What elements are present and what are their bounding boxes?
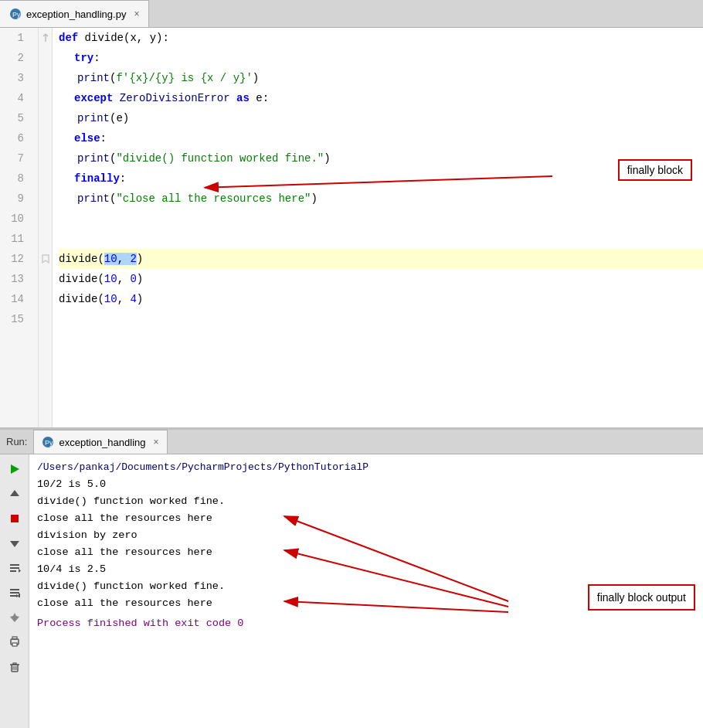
code-line-12[interactable]: divide(10, 2) xyxy=(59,249,703,269)
line-num-8: 8 xyxy=(0,168,30,189)
arrow-down-icon xyxy=(9,538,20,549)
line-num-10: 10 xyxy=(0,209,30,229)
fold-3 xyxy=(39,68,52,88)
fold-12[interactable] xyxy=(39,249,52,269)
line-num-1: 1 xyxy=(0,28,30,48)
run-scroll-button[interactable] xyxy=(5,583,25,603)
output-process: Process finished with exit code 0 xyxy=(37,615,243,632)
run-tab-bar: Run: Py exception_handling × xyxy=(0,430,703,454)
editor-callout-label: finally block xyxy=(627,164,683,176)
output-text-4: division by zero xyxy=(37,527,138,544)
line-num-12: 12 xyxy=(0,249,30,269)
output-text-6: 10/4 is 2.5 xyxy=(37,561,106,578)
output-line-5: close all the resources here xyxy=(37,544,695,561)
kw-except: except xyxy=(74,92,120,104)
run-label: Run: xyxy=(6,436,27,447)
trash-icon xyxy=(9,662,20,672)
svg-rect-18 xyxy=(10,589,19,590)
svg-marker-23 xyxy=(10,613,19,622)
svg-rect-29 xyxy=(13,663,16,665)
line-num-6: 6 xyxy=(0,128,30,148)
scroll-end-icon xyxy=(8,587,21,599)
code-line-1: def divide(x, y): xyxy=(59,28,703,48)
code-line-2: try: xyxy=(59,48,703,68)
editor-callout-box: finally block xyxy=(618,159,692,181)
fold-9 xyxy=(39,189,52,209)
editor-tab[interactable]: Py exception_handling.py × xyxy=(0,0,149,27)
kw-else: else xyxy=(74,132,100,145)
run-down-button[interactable] xyxy=(5,533,25,553)
svg-marker-10 xyxy=(11,464,19,474)
python-run-icon: Py xyxy=(42,436,54,448)
output-line-2: divide() function worked fine. xyxy=(37,493,695,510)
svg-rect-22 xyxy=(19,594,20,597)
fn-divide: divide xyxy=(85,32,124,44)
fold-10 xyxy=(39,209,52,229)
line-num-9: 9 xyxy=(0,189,30,209)
svg-rect-20 xyxy=(10,595,16,597)
arrow-up-icon xyxy=(9,488,20,499)
code-line-11 xyxy=(59,229,703,249)
fold-7 xyxy=(39,148,52,168)
output-callout-label: finally block output xyxy=(597,591,686,604)
run-print-button[interactable] xyxy=(5,632,25,652)
svg-marker-5 xyxy=(42,255,49,263)
bookmark-icon xyxy=(41,254,50,264)
run-up-button[interactable] xyxy=(5,484,25,504)
output-line-6: 10/4 is 2.5 xyxy=(37,561,695,578)
svg-rect-19 xyxy=(10,592,19,594)
fold-1[interactable] xyxy=(39,28,52,48)
fold-13 xyxy=(39,269,52,289)
tab-close-button[interactable]: × xyxy=(134,9,139,19)
output-line-1: 10/2 is 5.0 xyxy=(37,476,695,493)
code-line-8: finally: xyxy=(59,168,703,189)
line-num-3: 3 xyxy=(0,68,30,88)
code-line-13: divide(10, 0) xyxy=(59,269,703,289)
python-file-icon: Py xyxy=(9,8,22,20)
line-num-2: 2 xyxy=(0,48,30,68)
output-text-3: close all the resources here xyxy=(37,510,212,527)
code-line-10 xyxy=(59,209,703,229)
svg-rect-25 xyxy=(12,637,17,639)
run-wrap-button[interactable] xyxy=(5,558,25,578)
play-icon xyxy=(8,463,21,475)
output-path-line: /Users/pankaj/Documents/PycharmProjects/… xyxy=(37,459,695,476)
code-line-6: else: xyxy=(59,128,703,148)
svg-rect-16 xyxy=(10,570,16,572)
fold-gutter xyxy=(39,28,53,427)
code-line-4: except ZeroDivisionError as e: xyxy=(59,88,703,108)
code-area[interactable]: def divide(x, y): try: print(f'{x}/{y} i… xyxy=(53,28,703,427)
run-panel: Run: Py exception_handling × xyxy=(0,430,703,728)
stop-icon xyxy=(9,513,20,524)
output-text-2: divide() function worked fine. xyxy=(37,493,225,510)
fold-2 xyxy=(39,48,52,68)
run-tab-close[interactable]: × xyxy=(154,437,159,447)
line-num-11: 11 xyxy=(0,229,30,249)
tab-filename: exception_handling.py xyxy=(26,9,126,20)
run-trash-button[interactable] xyxy=(5,657,25,677)
code-line-7: print("divide() function worked fine.") xyxy=(59,148,703,168)
code-line-9: print("close all the resources here") xyxy=(59,189,703,209)
tab-bar: Py exception_handling.py × xyxy=(0,0,703,28)
kw-try: try xyxy=(74,52,93,64)
code-line-3: print(f'{x}/{y} is {x / y}') xyxy=(59,68,703,88)
svg-text:Py: Py xyxy=(45,439,53,447)
line-numbers: 1 2 3 4 5 6 7 8 9 10 11 12 13 14 15 xyxy=(0,28,39,427)
run-stop-button[interactable] xyxy=(5,509,25,529)
kw-finally: finally xyxy=(74,172,120,185)
run-pin-button[interactable] xyxy=(5,607,25,628)
line-num-4: 4 xyxy=(0,88,30,108)
run-play-button[interactable] xyxy=(5,459,25,479)
line-num-14: 14 xyxy=(0,289,30,309)
output-path: /Users/pankaj/Documents/PycharmProjects/… xyxy=(37,459,368,476)
fold-8 xyxy=(39,168,52,189)
output-text-8: close all the resources here xyxy=(37,595,212,612)
fold-15 xyxy=(39,309,52,329)
output-process-line: Process finished with exit code 0 xyxy=(37,615,695,632)
svg-rect-14 xyxy=(10,564,19,566)
fold-4 xyxy=(39,88,52,108)
svg-rect-26 xyxy=(12,643,17,646)
kw-def: def xyxy=(59,32,85,44)
run-tab-name: exception_handling xyxy=(59,437,145,448)
run-tab[interactable]: Py exception_handling × xyxy=(33,430,167,454)
